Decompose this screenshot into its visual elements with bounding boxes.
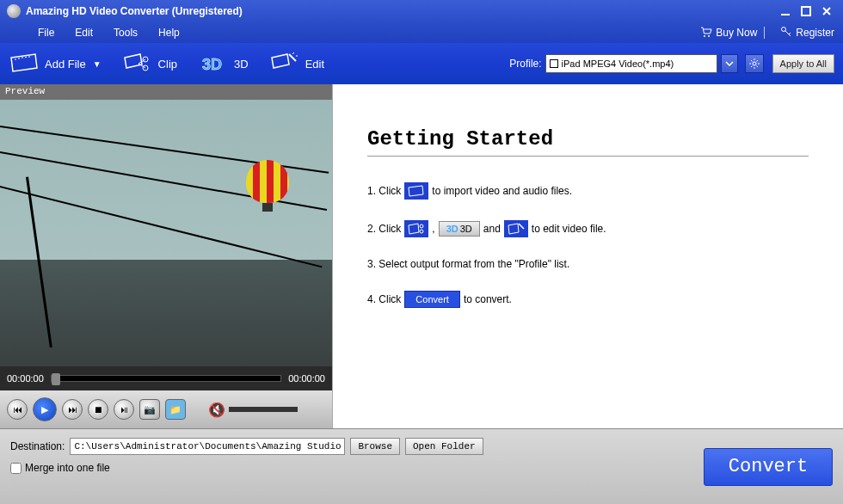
play-button[interactable]: ▶ (33, 397, 57, 421)
time-current: 00:00:00 (7, 373, 44, 384)
merge-checkbox[interactable] (10, 463, 22, 474)
profile-select[interactable]: iPad MPEG4 Video(*.mp4) (545, 54, 717, 73)
preview-image (0, 100, 332, 366)
step-2-comma: , (432, 223, 434, 235)
buy-now-link[interactable]: Buy Now (700, 26, 757, 40)
menu-edit[interactable]: Edit (75, 27, 93, 39)
volume-slider[interactable] (229, 407, 298, 412)
stop-button[interactable]: ⏹ (88, 399, 108, 420)
step-1-text-b: to import video and audio files. (432, 185, 572, 197)
step-4-text-a: 4. Click (367, 293, 401, 305)
close-button[interactable] (817, 3, 836, 19)
buy-now-label: Buy Now (716, 27, 757, 39)
apply-to-all-button[interactable]: Apply to All (772, 54, 834, 73)
bottom-bar: Destination: Browse Open Folder Merge in… (0, 428, 843, 504)
svg-rect-0 (781, 14, 790, 15)
wand-icon (269, 52, 300, 76)
clip-button[interactable]: Clip (122, 52, 177, 76)
clip-label: Clip (158, 58, 177, 71)
profile-settings-button[interactable] (745, 54, 764, 73)
getting-started-title: Getting Started (367, 127, 809, 157)
destination-input[interactable] (70, 438, 345, 455)
step-1-text-a: 1. Click (367, 185, 401, 197)
profile-value: iPad MPEG4 Video(*.mp4) (562, 58, 674, 69)
register-link[interactable]: Register (780, 26, 834, 40)
profile-dropdown-button[interactable] (721, 54, 738, 73)
menu-tools[interactable]: Tools (114, 27, 138, 39)
svg-point-9 (420, 224, 423, 228)
player-controls: ⏮ ▶ ⏭ ⏹ ⏯ 📷 📁 🔇 (0, 390, 332, 428)
open-folder-button[interactable]: Open Folder (405, 438, 483, 455)
cart-icon (700, 26, 712, 40)
step-3-text: 3. Select output format from the "Profil… (367, 258, 569, 270)
inline-edit-icon (504, 220, 528, 237)
prev-button[interactable]: ⏮ (7, 399, 28, 420)
filmstrip-icon (9, 52, 40, 76)
menubar: File Edit Tools Help Buy Now Register (0, 22, 843, 43)
preview-pane: Preview 00:00:00 00:00:00 ⏮ ▶ ⏭ ⏹ ⏯ 📷 📁 … (0, 84, 332, 428)
inline-add-file-icon (404, 182, 428, 200)
titlebar: Amazing HD Video Converter (Unregistered… (0, 0, 843, 22)
scissors-icon (122, 52, 153, 76)
register-label: Register (796, 27, 834, 39)
step-2-text-a: 2. Click (367, 223, 401, 235)
step-2: 2. Click , 3D3D3D and to edit video file… (367, 220, 809, 237)
3d-button[interactable]: 3D 3D (198, 52, 249, 76)
inline-3d-button: 3D3D3D (439, 221, 480, 237)
dropdown-caret-icon: ▼ (93, 59, 102, 69)
seek-slider[interactable] (51, 375, 281, 382)
3d-label: 3D (234, 58, 249, 71)
step-3: 3. Select output format from the "Profil… (367, 258, 809, 270)
step-4-text-c: to convert. (464, 293, 512, 305)
destination-label: Destination: (10, 440, 65, 452)
svg-point-3 (708, 35, 710, 37)
time-bar: 00:00:00 00:00:00 (0, 366, 332, 390)
main-pane: Getting Started 1. Click to import video… (332, 84, 843, 428)
add-file-button[interactable]: Add File ▼ (9, 52, 102, 76)
edit-label: Edit (305, 58, 324, 71)
svg-point-8 (753, 62, 756, 65)
edit-button[interactable]: Edit (269, 52, 324, 76)
folder-button[interactable]: 📁 (165, 399, 186, 420)
step-2-and: and (483, 223, 501, 235)
svg-point-10 (420, 230, 423, 233)
convert-button[interactable]: Convert (704, 448, 833, 486)
profile-label: Profile: (509, 58, 541, 70)
profile-area: Profile: iPad MPEG4 Video(*.mp4) Apply t… (509, 54, 834, 73)
preview-label: Preview (0, 84, 332, 100)
merge-label: Merge into one file (25, 462, 110, 474)
snapshot-button[interactable]: 📷 (139, 399, 160, 420)
svg-point-2 (704, 35, 705, 37)
svg-text:3D: 3D (202, 56, 222, 73)
step-2-text-e: to edit video file. (532, 223, 606, 235)
window-title: Amazing HD Video Converter (Unregistered… (26, 5, 243, 17)
inline-convert-button: Convert (404, 291, 460, 308)
add-file-label: Add File (45, 58, 86, 71)
svg-rect-1 (802, 7, 810, 15)
toolbar: Add File ▼ Clip 3D 3D Edit Profile: iPad… (0, 43, 843, 84)
step-button[interactable]: ⏯ (114, 399, 134, 420)
browse-button[interactable]: Browse (350, 438, 400, 455)
format-icon (550, 59, 558, 68)
mute-icon[interactable]: 🔇 (208, 402, 225, 418)
next-button[interactable]: ⏭ (62, 399, 83, 420)
minimize-button[interactable] (776, 3, 795, 19)
menu-file[interactable]: File (38, 27, 54, 39)
content-area: Preview 00:00:00 00:00:00 ⏮ ▶ ⏭ ⏹ ⏯ 📷 📁 … (0, 84, 843, 428)
time-total: 00:00:00 (288, 373, 325, 384)
3d-icon: 3D (198, 52, 229, 76)
step-4: 4. Click Convert to convert. (367, 291, 809, 308)
balloon-graphic (246, 160, 289, 212)
inline-clip-icon (404, 220, 428, 237)
menu-help[interactable]: Help (158, 27, 180, 39)
svg-point-4 (782, 27, 786, 31)
app-icon (7, 4, 21, 18)
separator (764, 27, 765, 39)
key-icon (780, 26, 792, 40)
maximize-button[interactable] (797, 3, 815, 19)
step-1: 1. Click to import video and audio files… (367, 182, 809, 200)
